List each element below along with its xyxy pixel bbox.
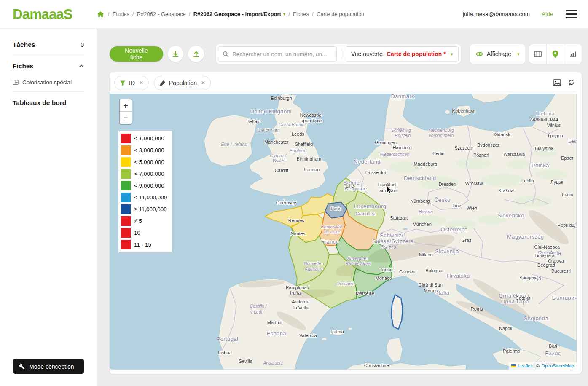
map-label: Bologna [425,268,443,273]
map-label: Nürnberg [410,198,430,204]
map-label: Manchester [264,139,289,145]
refresh-button[interactable] [567,78,576,88]
brush-icon [159,80,166,86]
map-label: Auvergne- [347,256,368,261]
map-label: Danmark [391,94,414,99]
map-label: Isle of Man [257,128,280,133]
map-label: София [516,295,530,300]
filter-chip-id[interactable]: ID × [114,76,149,90]
refresh-icon [568,79,575,86]
header-right: julia.mesa@damaaas.com Aide [463,8,578,20]
zoom-out-button[interactable]: − [120,112,132,124]
chevron-down-icon[interactable]: ▾ [283,11,286,17]
map-label: Monaco [376,276,392,281]
map-label: Svizra [381,244,397,250]
legend-swatch [121,228,131,238]
open-view-select[interactable]: Vue ouverte Carte de population * ▾ [346,46,459,62]
sidebar-item-tableaux-de-bord[interactable]: Tableaux de bord [0,94,97,111]
zoom-in-button[interactable]: + [120,99,132,112]
breadcrumb-item-geospace[interactable]: R#2062 - Geospace [137,11,186,17]
map-svg[interactable]: United KingdomDanmarkLietuvaБелNederland… [110,94,577,370]
search-input[interactable] [232,51,332,57]
map-label: Poznań [473,153,489,158]
map-container[interactable]: United KingdomDanmarkLietuvaБелNederland… [110,94,577,370]
image-icon [553,79,561,86]
leaflet-link[interactable]: Leaflet [518,363,532,368]
map-label: Constantine [364,363,389,368]
download-button[interactable] [168,46,184,62]
legend-item: < 7,000,000 [121,169,167,179]
osm-link[interactable]: OpenStreetMap [541,363,574,368]
map-label: Białystok [535,146,554,151]
map-label: Bydgoszcz [477,142,499,147]
sidebar-item-colorisation-special[interactable]: Colorisation spécial [0,75,97,90]
map-label: Edinburgh [271,96,292,101]
map-label: Magyarország [507,233,544,240]
close-icon[interactable]: × [201,79,205,87]
breadcrumb-item-import-export[interactable]: R#2062 Geospace - Import/Export [193,11,281,17]
map-label: Suisse/Svizzera [372,238,414,244]
display-dropdown[interactable]: Affichage ▾ [470,44,525,64]
attribution-separator: | [533,363,534,368]
map-label: Lille [346,183,354,188]
legend-label: < 3,000,000 [134,147,164,153]
map-label: Holstein [395,133,411,138]
chart-view-button[interactable] [564,44,582,64]
help-link[interactable]: Aide [542,11,553,17]
map-label: Polska [532,162,549,169]
filter-chips: ID × Population × [114,76,211,90]
map-label: Occitanie [336,281,355,286]
close-icon[interactable]: × [139,79,143,87]
map-label: България [552,295,577,301]
export-image-button[interactable] [552,78,562,88]
map-label: Гродна [548,133,564,138]
map-label: Andorra [292,299,309,304]
map-label: Vilnius [547,123,561,128]
map-label: Genova [399,269,416,274]
legend-label: < 7,000,000 [134,171,164,177]
sidebar-item-fiches[interactable]: Fiches [0,58,97,75]
zoom-control: + − [119,99,132,125]
map-label: Guernsey [276,200,296,205]
legend-item: ≠ 5 [121,216,167,226]
legend-label: ≥ 11,000,000 [134,206,167,212]
mode-conception-button[interactable]: Mode conception [13,359,84,374]
app-logo[interactable]: DamaaaS [0,6,97,22]
upload-button[interactable] [188,46,204,62]
breadcrumb-item-etudes[interactable]: Etudes [113,11,129,17]
map-label: Frankfurt [377,182,396,187]
divider [341,48,341,60]
map-label: Cymru / [270,153,287,158]
map-label: Nantes [290,231,305,236]
filter-chip-population[interactable]: Population × [154,76,211,90]
menu-icon[interactable] [565,8,578,20]
map-label: Torino [380,267,392,272]
breadcrumb-separator: / [189,11,191,17]
chevron-down-icon: ▾ [517,51,520,57]
breadcrumb-item-carte[interactable]: Carte de population [317,11,364,17]
app-header: DamaaaS / Etudes / R#2062 - Geospace / R… [0,0,588,29]
map-view-button[interactable] [546,44,564,64]
upload-icon [193,51,200,58]
breadcrumb-item-fiches[interactable]: Fiches [293,11,309,17]
map-label: Sevilla [239,359,252,364]
nouvelle-fiche-button[interactable]: Nouvelle fiche [110,46,163,62]
colorisation-label: Colorisation spécial [22,79,72,86]
legend-item: < 5,000,000 [121,157,167,167]
columns-icon [534,51,542,57]
legend-swatch [121,193,131,202]
map-label: United Kingdom [250,108,292,115]
table-view-button[interactable] [529,44,547,64]
home-icon[interactable] [97,11,104,18]
grid-icon [13,79,19,85]
bar-chart-icon [570,51,577,57]
legend-label: < 11,000,000 [134,194,167,201]
divider [13,55,84,55]
map-label: Pamplona / [286,285,310,290]
breadcrumb-separator: / [288,11,290,17]
map-label: Niedersachsen [380,152,409,157]
sidebar-item-taches[interactable]: Tâches 0 [0,36,97,53]
map-label: Чернівці [558,222,576,228]
map-label: København [452,108,475,113]
map-label: Palermo [503,348,520,354]
